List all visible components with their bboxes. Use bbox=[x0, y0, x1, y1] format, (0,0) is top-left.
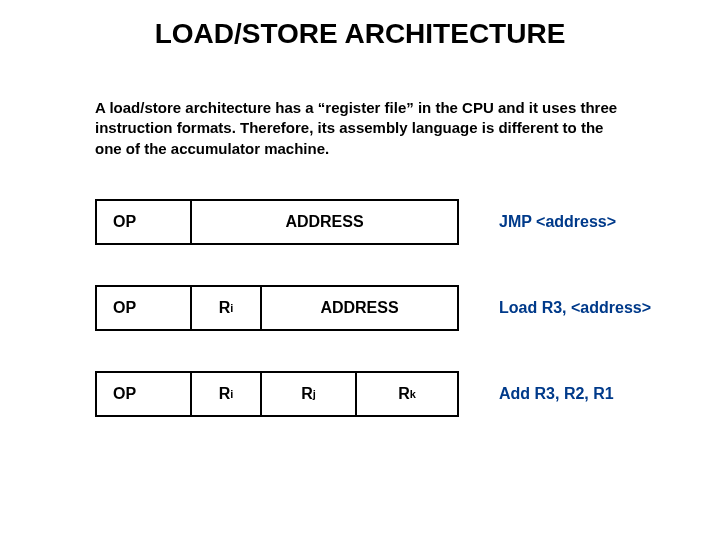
page-title: LOAD/STORE ARCHITECTURE bbox=[0, 0, 720, 58]
instruction-format-2: OP Ri ADDRESS Load R3, <address> bbox=[95, 285, 720, 331]
field-address: ADDRESS bbox=[262, 287, 457, 329]
example-instruction: Load R3, <address> bbox=[499, 299, 651, 317]
format-box: OP Ri Rj Rk bbox=[95, 371, 459, 417]
format-box: OP ADDRESS bbox=[95, 199, 459, 245]
field-op: OP bbox=[97, 287, 192, 329]
example-instruction: JMP <address> bbox=[499, 213, 616, 231]
example-instruction: Add R3, R2, R1 bbox=[499, 385, 614, 403]
field-op: OP bbox=[97, 373, 192, 415]
field-register-j: Rj bbox=[262, 373, 357, 415]
field-register-i: Ri bbox=[192, 373, 262, 415]
instruction-format-3: OP Ri Rj Rk Add R3, R2, R1 bbox=[95, 371, 720, 417]
field-register-i: Ri bbox=[192, 287, 262, 329]
field-op: OP bbox=[97, 201, 192, 243]
intro-description: A load/store architecture has a “registe… bbox=[95, 98, 630, 159]
field-register-k: Rk bbox=[357, 373, 457, 415]
format-box: OP Ri ADDRESS bbox=[95, 285, 459, 331]
instruction-format-1: OP ADDRESS JMP <address> bbox=[95, 199, 720, 245]
field-address: ADDRESS bbox=[192, 201, 457, 243]
